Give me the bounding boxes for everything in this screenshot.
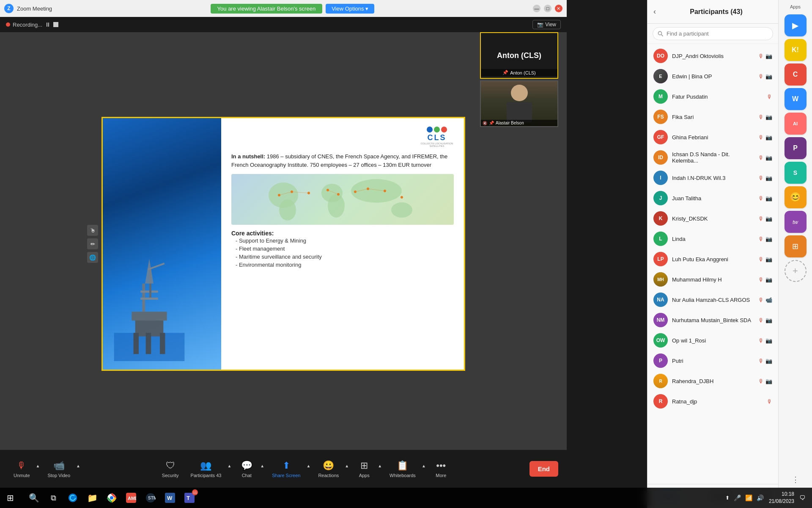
edge-button[interactable]: [63, 489, 82, 507]
participant-avatar: OW: [653, 333, 668, 348]
app-icon-classpoint[interactable]: C: [785, 64, 807, 86]
network-icon[interactable]: 📶: [745, 494, 752, 501]
search-taskbar-button[interactable]: 🔍: [25, 489, 43, 507]
participant-search-input[interactable]: [653, 27, 773, 40]
whiteboards-btn-group: 📋 Whiteboards ▲: [384, 457, 427, 481]
nav-icon-3[interactable]: 🌐: [87, 252, 98, 263]
stop-video-button[interactable]: 📹 Stop Video: [42, 457, 75, 481]
app-icon-whiteboard[interactable]: W: [785, 88, 807, 110]
whiteboards-arrow-button[interactable]: ▲: [421, 464, 427, 468]
oil-rig-svg: [107, 255, 192, 361]
amd-button[interactable]: AMD: [122, 489, 140, 507]
participant-item[interactable]: J Juan Talitha 🎙 📷: [647, 188, 778, 208]
view-options-button[interactable]: View Options ▾: [326, 4, 374, 14]
svg-marker-11: [145, 259, 154, 283]
chat-arrow-button[interactable]: ▲: [259, 464, 265, 468]
app-icon-prezi[interactable]: P: [785, 137, 807, 159]
mic-muted-icon: 🎙: [17, 460, 26, 471]
participant-item[interactable]: GF Ghina Febriani 🎙 📷: [647, 127, 778, 147]
cam-off-icon: 📷: [765, 358, 772, 364]
participant-item[interactable]: R Ratna_djp 🎙: [647, 391, 778, 411]
steam-button[interactable]: STM: [141, 489, 160, 507]
nav-icon-2[interactable]: ✏: [87, 238, 98, 249]
apps-arrow-button[interactable]: ▲: [377, 464, 383, 468]
end-meeting-button[interactable]: End: [529, 461, 558, 477]
reactions-arrow-button[interactable]: ▲: [344, 464, 350, 468]
participants-button[interactable]: 👥 Participants 43: [186, 457, 227, 481]
participant-item[interactable]: NM Nurhutama Mustain_Bintek SDA 🎙 📷: [647, 310, 778, 330]
muted-icon: 🔇: [483, 121, 487, 125]
app-icon-arrow[interactable]: ▶: [785, 14, 807, 36]
app-icon-twine[interactable]: tw: [785, 211, 807, 233]
panel-back-button[interactable]: ‹: [653, 7, 656, 16]
participant-item[interactable]: FS Fika Sari 🎙 📷: [647, 107, 778, 127]
participant-status-icons: 🎙 📹: [758, 297, 772, 303]
cls-logo-text: CLS: [428, 133, 447, 142]
pin-icon-alastair: 📌: [489, 121, 494, 125]
minimize-button[interactable]: —: [533, 5, 540, 12]
share-screen-button[interactable]: ⬆ Share Screen: [267, 457, 305, 481]
activity-item-4: Environmental monitoring: [236, 261, 454, 269]
cam-off-icon: 📷: [765, 236, 772, 242]
participant-item[interactable]: R Rahendra_DJBH 🎙 📷: [647, 371, 778, 391]
start-button[interactable]: ⊞: [0, 488, 20, 508]
teams-button[interactable]: T 11: [180, 489, 199, 507]
participant-avatar: L: [653, 232, 668, 246]
volume-icon[interactable]: 🔊: [757, 494, 764, 501]
video-arrow-button[interactable]: ▲: [75, 464, 81, 468]
participant-item[interactable]: K Kristy_DKSDK 🎙 📷: [647, 208, 778, 229]
apps-more-button[interactable]: ⋮: [788, 472, 803, 487]
participant-item[interactable]: LP Luh Putu Eka Anggreni 🎙 📷: [647, 249, 778, 269]
participant-status-icons: 🎙 📷: [758, 155, 772, 161]
svg-rect-5: [146, 333, 151, 354]
task-view-button[interactable]: ⧉: [44, 489, 63, 507]
participant-item[interactable]: M Fatur Pusdatin 🎙: [647, 86, 778, 107]
unmute-button[interactable]: 🎙 Unmute: [8, 457, 35, 481]
participant-item[interactable]: L Linda 🎙 📷: [647, 229, 778, 249]
app-icon-sesh[interactable]: S: [785, 162, 807, 184]
nav-icon-1[interactable]: 🖱: [87, 225, 98, 236]
participant-item[interactable]: NA Nur Aulia Hamzah-CLS ARGOS 🎙 📹: [647, 290, 778, 310]
view-button[interactable]: 📷 View: [532, 20, 561, 29]
app-icon-emoji[interactable]: 😊: [785, 186, 807, 208]
file-explorer-button[interactable]: 📁: [83, 489, 102, 507]
app-icon-ai[interactable]: AI: [785, 113, 807, 135]
whiteboard-app-icon: W: [792, 95, 798, 103]
reactions-btn-group: 😀 Reactions ▲: [313, 457, 350, 481]
system-clock[interactable]: 10:18 21/08/2023: [769, 491, 794, 505]
system-tray-icons: ⬆ 🎤 📶 🔊: [725, 494, 764, 501]
pause-recording-button[interactable]: ⏸: [45, 21, 51, 28]
reactions-icon: 😀: [323, 460, 334, 471]
participant-item[interactable]: ID Ichsan D.S Nanda - Dit. Kelemba... 🎙 …: [647, 147, 778, 168]
security-button[interactable]: 🛡 Security: [157, 457, 184, 481]
clock-date: 21/08/2023: [769, 498, 794, 505]
participant-item[interactable]: I Indah I.N-DRUK Wil.3 🎙 📷: [647, 168, 778, 188]
chevron-up-icon[interactable]: ⬆: [725, 495, 730, 501]
participant-item[interactable]: P Putri 🎙 📷: [647, 351, 778, 371]
microphone-sys-icon[interactable]: 🎤: [734, 494, 741, 501]
notification-center-button[interactable]: 🗨: [799, 494, 805, 502]
app-icon-grid[interactable]: ⊞: [785, 235, 807, 257]
participants-arrow-button[interactable]: ▲: [226, 464, 232, 468]
chrome-button[interactable]: [102, 489, 121, 507]
add-app-button[interactable]: +: [785, 260, 807, 282]
participant-item[interactable]: DO DJP_Andri Oktoviolis 🎙 📷: [647, 46, 778, 66]
reactions-button[interactable]: 😀 Reactions: [313, 457, 344, 481]
participant-item[interactable]: MH Muhammad Hilmy H 🎙 📷: [647, 269, 778, 290]
maximize-button[interactable]: □: [544, 5, 551, 12]
chat-button[interactable]: 💬 Chat: [234, 457, 259, 481]
stop-recording-button[interactable]: [53, 22, 58, 27]
word-button[interactable]: W: [161, 489, 179, 507]
participant-item[interactable]: E Edwin | Bina OP 🎙 📷: [647, 66, 778, 86]
apps-button[interactable]: ⊞ Apps: [351, 457, 377, 481]
app-icon-kahoot[interactable]: K!: [785, 39, 807, 61]
unmute-arrow-button[interactable]: ▲: [35, 464, 41, 468]
share-screen-arrow-button[interactable]: ▲: [305, 464, 311, 468]
participant-search-box: [647, 24, 778, 44]
close-button[interactable]: ✕: [555, 5, 562, 12]
participant-item[interactable]: OW Op wil 1_Rosi 🎙 📷: [647, 330, 778, 351]
more-btn-group: ••• More: [428, 457, 454, 481]
more-button[interactable]: ••• More: [428, 457, 454, 481]
participant-status-icons: 🎙 📷: [758, 337, 772, 344]
whiteboards-button[interactable]: 📋 Whiteboards: [384, 457, 421, 481]
